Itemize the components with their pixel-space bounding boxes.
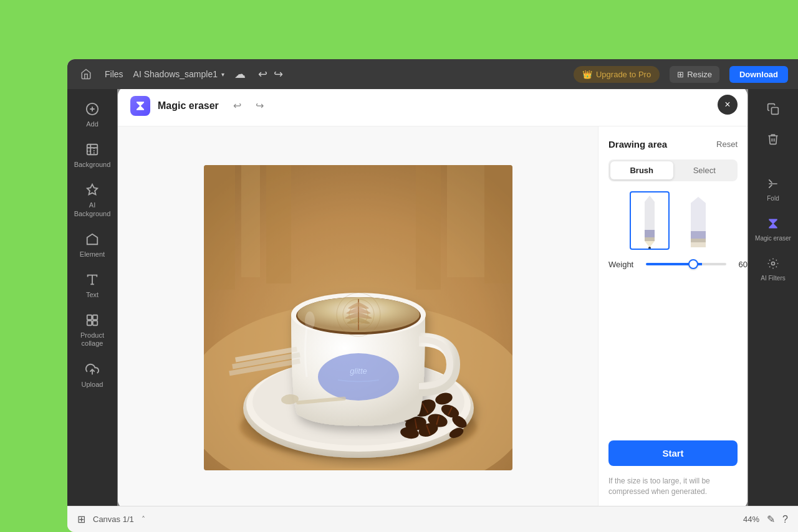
sidebar-item-upload[interactable]: Upload [71,356,113,394]
magic-eraser-modal: Magic eraser ↩ ↪ × [118,89,748,506]
download-button[interactable]: Download [729,66,788,83]
svg-rect-57 [645,230,655,237]
sidebar-item-text-label: Text [86,291,99,299]
delete-icon [764,130,782,148]
svg-rect-65 [772,108,779,115]
svg-rect-20 [484,165,512,283]
files-link[interactable]: Files [105,69,123,79]
sidebar-item-ai-background-label: AI Background [74,201,111,217]
sidebar-item-add[interactable]: Add [71,95,113,133]
text-icon [84,271,101,288]
redo-button[interactable]: ↪ [274,67,283,81]
history-actions: ↩ ↪ [258,67,283,81]
svg-rect-8 [87,315,92,320]
svg-rect-58 [645,237,655,241]
resize-button[interactable]: ⊞ Resize [670,66,719,83]
canvas-area: Magic eraser ↩ ↪ × [117,89,748,506]
svg-marker-61 [691,197,706,231]
svg-rect-63 [691,239,706,242]
svg-rect-11 [93,321,97,325]
svg-rect-17 [266,165,291,283]
element-icon [84,230,101,248]
home-button[interactable] [77,65,95,83]
reset-button[interactable]: Reset [716,140,738,149]
svg-text:glitte: glitte [350,366,367,376]
sidebar-item-element[interactable]: Element [71,226,113,264]
right-sidebar: Fold Magic eraser AI Filters [748,89,798,506]
svg-marker-59 [645,241,655,247]
weight-row: Weight 60 [608,260,738,269]
project-name-dropdown[interactable]: AI Shadows_sample1 ▾ [133,69,224,79]
background-icon [84,141,101,158]
modal-right-panel: Drawing area Reset Brush Select [598,126,748,506]
brush-option-1[interactable] [630,191,670,250]
edit-icon[interactable]: ✎ [767,513,775,525]
copy-icon [764,100,782,118]
right-sidebar-item-ai-filter[interactable]: AI Filters [752,250,794,287]
start-button[interactable]: Start [608,440,738,466]
sidebar-item-ai-background[interactable]: AI Background [71,176,113,222]
svg-point-66 [772,262,775,265]
layers-icon[interactable]: ⊞ [77,513,85,525]
fold-icon [764,175,782,192]
add-icon [84,100,101,118]
topbar: Files AI Shadows_sample1 ▾ ☁ ↩ ↪ 👑 Upgra… [67,59,798,89]
weight-value: 60 [733,260,748,269]
cloud-save-icon[interactable]: ☁ [234,67,246,81]
modal-title: Magic eraser [158,100,219,112]
sidebar-item-text[interactable]: Text [71,266,113,304]
mode-toggle: Brush Select [608,159,738,181]
content-area: Add Background [67,89,798,506]
ai-background-icon [84,181,101,199]
svg-rect-16 [241,165,260,277]
right-sidebar-item-delete[interactable] [752,125,794,153]
modal-overlay: Magic eraser ↩ ↪ × [117,89,748,506]
drawing-area-title: Drawing area [608,139,667,150]
svg-marker-56 [645,196,655,230]
modal-undo-button[interactable]: ↩ [229,97,246,115]
svg-rect-19 [447,165,484,277]
select-mode-button[interactable]: Select [673,161,736,179]
product-collage-icon [84,311,101,329]
weight-slider[interactable] [646,263,726,265]
magic-eraser-sidebar-icon [764,215,782,232]
right-sidebar-item-magic-eraser[interactable]: Magic eraser [752,210,794,247]
svg-rect-15 [204,165,235,290]
sidebar-item-product-collage-label: Product collage [74,331,111,348]
brush-previews [608,191,738,250]
sidebar-item-element-label: Element [80,250,105,259]
modal-body: glitte [118,126,748,506]
svg-rect-62 [691,231,706,239]
sidebar-item-product-collage[interactable]: Product collage [71,306,113,353]
coffee-image: glitte [204,165,512,470]
svg-rect-3 [87,145,98,155]
canvas-expand-icon[interactable]: ˄ [142,515,145,524]
modal-redo-button[interactable]: ↪ [251,97,269,115]
right-sidebar-item-fold[interactable]: Fold [752,170,794,207]
canvas-label: Canvas 1/1 [93,515,134,524]
undo-button[interactable]: ↩ [258,67,267,81]
resize-icon: ⊞ [677,70,684,79]
brush-mode-button[interactable]: Brush [610,161,673,179]
svg-rect-18 [416,165,441,290]
project-chevron-icon: ▾ [221,71,224,78]
drawing-area-header: Drawing area Reset [608,139,738,150]
crown-icon: 👑 [582,70,592,79]
weight-label: Weight [608,260,640,269]
brush-option-2[interactable] [680,194,717,250]
panel-note: If the size is too large, it will be com… [608,476,738,497]
sidebar-item-background[interactable]: Background [71,136,113,174]
help-icon[interactable]: ? [782,514,788,525]
modal-header: Magic eraser ↩ ↪ × [118,89,748,126]
sidebar-item-upload-label: Upload [82,381,103,389]
svg-point-48 [318,353,399,401]
image-area: glitte [118,126,598,506]
modal-close-button[interactable]: × [718,95,738,115]
resize-label: Resize [687,70,712,79]
right-sidebar-item-copy[interactable] [752,95,794,123]
magic-eraser-icon [130,96,150,116]
sidebar-item-add-label: Add [86,120,99,128]
upgrade-button[interactable]: 👑 Upgrade to Pro [574,66,660,83]
left-sidebar: Add Background [67,89,117,506]
upgrade-label: Upgrade to Pro [596,70,651,79]
